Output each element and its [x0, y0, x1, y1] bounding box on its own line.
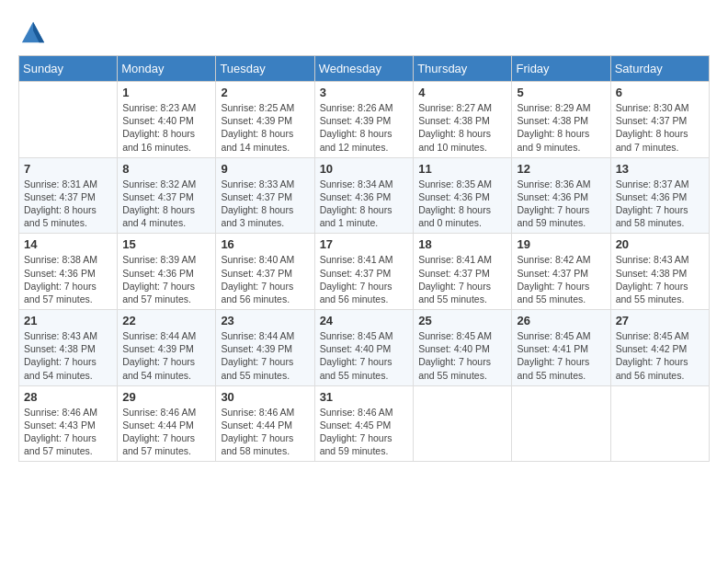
calendar-cell: 24Sunrise: 8:45 AMSunset: 4:40 PMDayligh… — [314, 310, 414, 386]
day-number: 17 — [320, 237, 409, 251]
day-info: Sunrise: 8:35 AMSunset: 4:36 PMDaylight:… — [418, 178, 506, 230]
logo-icon — [20, 18, 46, 44]
calendar-cell: 30Sunrise: 8:46 AMSunset: 4:44 PMDayligh… — [216, 385, 314, 462]
day-info: Sunrise: 8:45 AMSunset: 4:40 PMDaylight:… — [418, 329, 506, 382]
day-info: Sunrise: 8:45 AMSunset: 4:42 PMDaylight:… — [616, 329, 704, 382]
day-info: Sunrise: 8:42 AMSunset: 4:37 PMDaylight:… — [517, 253, 605, 305]
column-header-friday: Friday — [512, 56, 610, 82]
day-info: Sunrise: 8:31 AMSunset: 4:37 PMDaylight:… — [24, 178, 112, 230]
calendar-cell: 11Sunrise: 8:35 AMSunset: 4:36 PMDayligh… — [414, 157, 512, 234]
day-number: 15 — [122, 237, 210, 251]
column-header-thursday: Thursday — [414, 56, 512, 82]
day-number: 23 — [221, 314, 309, 327]
calendar-cell: 27Sunrise: 8:45 AMSunset: 4:42 PMDayligh… — [610, 310, 709, 386]
day-number: 8 — [122, 162, 210, 176]
day-number: 3 — [320, 86, 409, 99]
day-info: Sunrise: 8:41 AMSunset: 4:37 PMDaylight:… — [418, 253, 506, 305]
day-info: Sunrise: 8:30 AMSunset: 4:37 PMDaylight:… — [616, 101, 704, 154]
calendar-cell: 15Sunrise: 8:39 AMSunset: 4:36 PMDayligh… — [118, 234, 216, 310]
calendar-cell: 12Sunrise: 8:36 AMSunset: 4:36 PMDayligh… — [512, 157, 610, 234]
calendar-cell — [414, 385, 512, 462]
day-number: 19 — [517, 237, 605, 251]
calendar-cell — [19, 82, 118, 158]
calendar-cell: 25Sunrise: 8:45 AMSunset: 4:40 PMDayligh… — [414, 310, 512, 386]
calendar-header-row: SundayMondayTuesdayWednesdayThursdayFrid… — [19, 56, 710, 82]
day-info: Sunrise: 8:46 AMSunset: 4:44 PMDaylight:… — [122, 406, 210, 458]
day-number: 20 — [616, 237, 704, 251]
day-number: 11 — [418, 162, 506, 176]
calendar-cell: 19Sunrise: 8:42 AMSunset: 4:37 PMDayligh… — [512, 234, 610, 310]
calendar-cell: 21Sunrise: 8:43 AMSunset: 4:38 PMDayligh… — [19, 310, 118, 386]
day-number: 1 — [122, 86, 210, 99]
calendar-cell: 5Sunrise: 8:29 AMSunset: 4:38 PMDaylight… — [512, 82, 610, 158]
day-number: 9 — [221, 162, 309, 176]
column-header-wednesday: Wednesday — [314, 56, 414, 82]
calendar-cell — [610, 385, 709, 462]
calendar-cell — [512, 385, 610, 462]
day-info: Sunrise: 8:37 AMSunset: 4:36 PMDaylight:… — [616, 178, 704, 230]
day-info: Sunrise: 8:25 AMSunset: 4:39 PMDaylight:… — [221, 101, 309, 154]
calendar-table: SundayMondayTuesdayWednesdayThursdayFrid… — [18, 55, 710, 462]
day-number: 30 — [221, 390, 309, 404]
day-number: 12 — [517, 162, 605, 176]
day-info: Sunrise: 8:44 AMSunset: 4:39 PMDaylight:… — [221, 329, 309, 382]
day-info: Sunrise: 8:34 AMSunset: 4:36 PMDaylight:… — [320, 178, 409, 230]
calendar-cell: 26Sunrise: 8:45 AMSunset: 4:41 PMDayligh… — [512, 310, 610, 386]
day-info: Sunrise: 8:32 AMSunset: 4:37 PMDaylight:… — [122, 178, 210, 230]
calendar-cell: 22Sunrise: 8:44 AMSunset: 4:39 PMDayligh… — [118, 310, 216, 386]
calendar-week-5: 28Sunrise: 8:46 AMSunset: 4:43 PMDayligh… — [19, 385, 710, 462]
calendar-cell: 6Sunrise: 8:30 AMSunset: 4:37 PMDaylight… — [610, 82, 709, 158]
day-info: Sunrise: 8:38 AMSunset: 4:36 PMDaylight:… — [24, 253, 112, 305]
day-info: Sunrise: 8:36 AMSunset: 4:36 PMDaylight:… — [517, 178, 605, 230]
calendar-cell: 3Sunrise: 8:26 AMSunset: 4:39 PMDaylight… — [314, 82, 414, 158]
page-header — [18, 18, 710, 40]
calendar-cell: 8Sunrise: 8:32 AMSunset: 4:37 PMDaylight… — [118, 157, 216, 234]
day-number: 10 — [320, 162, 409, 176]
calendar-cell: 29Sunrise: 8:46 AMSunset: 4:44 PMDayligh… — [118, 385, 216, 462]
day-number: 29 — [122, 390, 210, 404]
day-number: 2 — [221, 86, 309, 99]
column-header-tuesday: Tuesday — [216, 56, 314, 82]
day-info: Sunrise: 8:27 AMSunset: 4:38 PMDaylight:… — [418, 101, 506, 154]
day-number: 14 — [24, 237, 112, 251]
calendar-cell: 17Sunrise: 8:41 AMSunset: 4:37 PMDayligh… — [314, 234, 414, 310]
calendar-cell: 31Sunrise: 8:46 AMSunset: 4:45 PMDayligh… — [314, 385, 414, 462]
day-info: Sunrise: 8:40 AMSunset: 4:37 PMDaylight:… — [221, 253, 309, 305]
day-info: Sunrise: 8:44 AMSunset: 4:39 PMDaylight:… — [122, 329, 210, 382]
calendar-cell: 28Sunrise: 8:46 AMSunset: 4:43 PMDayligh… — [19, 385, 118, 462]
column-header-monday: Monday — [118, 56, 216, 82]
calendar-cell: 16Sunrise: 8:40 AMSunset: 4:37 PMDayligh… — [216, 234, 314, 310]
day-info: Sunrise: 8:29 AMSunset: 4:38 PMDaylight:… — [517, 101, 605, 154]
day-info: Sunrise: 8:46 AMSunset: 4:43 PMDaylight:… — [24, 406, 112, 458]
day-info: Sunrise: 8:41 AMSunset: 4:37 PMDaylight:… — [320, 253, 409, 305]
logo — [18, 18, 46, 40]
day-number: 13 — [616, 162, 704, 176]
day-number: 27 — [616, 314, 704, 327]
day-info: Sunrise: 8:26 AMSunset: 4:39 PMDaylight:… — [320, 101, 409, 154]
day-info: Sunrise: 8:46 AMSunset: 4:44 PMDaylight:… — [221, 406, 309, 458]
day-info: Sunrise: 8:45 AMSunset: 4:40 PMDaylight:… — [320, 329, 409, 382]
calendar-cell: 2Sunrise: 8:25 AMSunset: 4:39 PMDaylight… — [216, 82, 314, 158]
day-info: Sunrise: 8:39 AMSunset: 4:36 PMDaylight:… — [122, 253, 210, 305]
calendar-cell: 20Sunrise: 8:43 AMSunset: 4:38 PMDayligh… — [610, 234, 709, 310]
day-number: 24 — [320, 314, 409, 327]
calendar-cell: 1Sunrise: 8:23 AMSunset: 4:40 PMDaylight… — [118, 82, 216, 158]
calendar-week-2: 7Sunrise: 8:31 AMSunset: 4:37 PMDaylight… — [19, 157, 710, 234]
calendar-cell: 10Sunrise: 8:34 AMSunset: 4:36 PMDayligh… — [314, 157, 414, 234]
calendar-cell: 4Sunrise: 8:27 AMSunset: 4:38 PMDaylight… — [414, 82, 512, 158]
column-header-saturday: Saturday — [610, 56, 709, 82]
calendar-cell: 23Sunrise: 8:44 AMSunset: 4:39 PMDayligh… — [216, 310, 314, 386]
column-header-sunday: Sunday — [19, 56, 118, 82]
day-info: Sunrise: 8:43 AMSunset: 4:38 PMDaylight:… — [24, 329, 112, 382]
day-number: 28 — [24, 390, 112, 404]
calendar-cell: 14Sunrise: 8:38 AMSunset: 4:36 PMDayligh… — [19, 234, 118, 310]
day-info: Sunrise: 8:23 AMSunset: 4:40 PMDaylight:… — [122, 101, 210, 154]
day-number: 6 — [616, 86, 704, 99]
day-info: Sunrise: 8:46 AMSunset: 4:45 PMDaylight:… — [320, 406, 409, 458]
day-number: 26 — [517, 314, 605, 327]
day-number: 4 — [418, 86, 506, 99]
day-info: Sunrise: 8:43 AMSunset: 4:38 PMDaylight:… — [616, 253, 704, 305]
calendar-cell: 13Sunrise: 8:37 AMSunset: 4:36 PMDayligh… — [610, 157, 709, 234]
calendar-week-1: 1Sunrise: 8:23 AMSunset: 4:40 PMDaylight… — [19, 82, 710, 158]
calendar-week-4: 21Sunrise: 8:43 AMSunset: 4:38 PMDayligh… — [19, 310, 710, 386]
